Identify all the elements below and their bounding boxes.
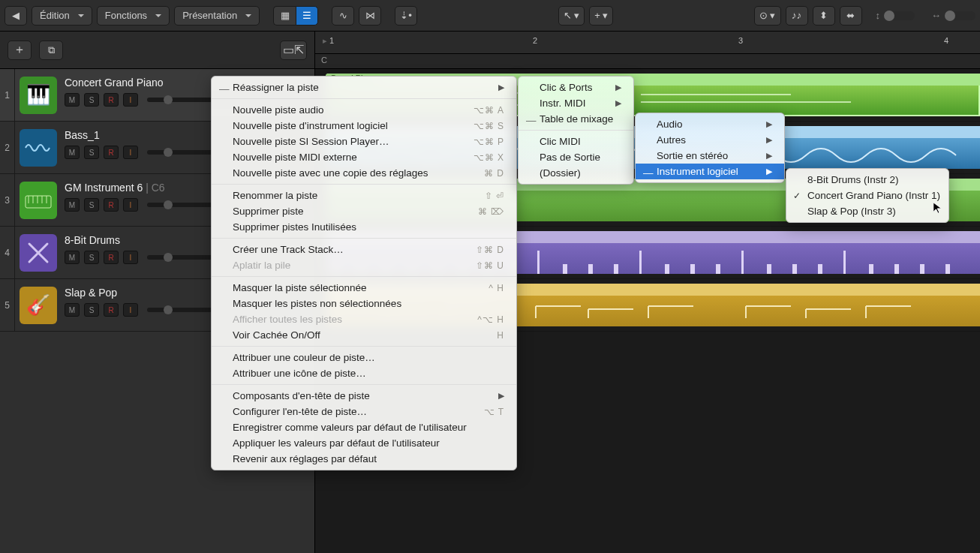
- menu-hide-unselected[interactable]: Masquer les pistes non sélectionnées: [212, 296, 516, 311]
- inst-8bit-drums[interactable]: 8-Bit Drums (Instr 2): [786, 172, 948, 188]
- solo-button[interactable]: S: [84, 251, 99, 264]
- bass-icon: 🎸: [20, 287, 57, 324]
- menu-reassign-track[interactable]: —Réassigner la piste▶: [212, 80, 516, 95]
- shortcut: ⌥ T: [461, 407, 504, 417]
- menu-label: Composants d'en-tête de piste: [233, 390, 370, 401]
- svg-rect-26: [665, 264, 669, 274]
- shortcut: ⌘ D: [461, 168, 504, 179]
- horiz-zoom-slider[interactable]: [945, 11, 975, 20]
- svg-rect-34: [869, 264, 873, 274]
- mute-button[interactable]: M: [65, 93, 80, 107]
- menu-label: Nouvelle piste audio: [233, 104, 324, 116]
- menu-new-session-player[interactable]: Nouvelle piste SI Session Player…⌥⌘ P: [212, 134, 516, 149]
- menu-delete-unused[interactable]: Supprimer pistes Inutilisées: [212, 219, 516, 235]
- mute-button[interactable]: M: [65, 198, 80, 212]
- submenu-stereo-out[interactable]: Sortie en stéréo▶: [636, 148, 784, 164]
- input-button[interactable]: I: [123, 93, 138, 107]
- submenu-no-output[interactable]: Pas de Sortie: [519, 149, 633, 165]
- add-tool[interactable]: + ▾: [589, 6, 613, 26]
- key-label: C: [321, 56, 327, 65]
- fonctions-menu[interactable]: Fonctions: [97, 6, 170, 26]
- menu-header-components[interactable]: Composants d'en-tête de piste▶: [212, 388, 516, 404]
- mixer-submenu: Audio▶ Autres▶ Sortie en stéréo▶ —Instru…: [635, 113, 785, 183]
- global-tracks-button[interactable]: ▭⇱: [280, 41, 307, 60]
- input-button[interactable]: I: [123, 198, 138, 212]
- record-button[interactable]: R: [104, 146, 119, 159]
- fonctions-label: Fonctions: [105, 10, 147, 21]
- back-button[interactable]: ◀: [5, 6, 27, 26]
- vert-zoom-slider[interactable]: [885, 11, 915, 20]
- menu-label: Aplatir la pile: [233, 260, 290, 271]
- menu-save-defaults[interactable]: Enregistrer comme valeurs par défaut de …: [212, 419, 516, 435]
- solo-button[interactable]: S: [84, 198, 99, 212]
- solo-button[interactable]: S: [84, 93, 99, 107]
- record-button[interactable]: R: [104, 198, 119, 212]
- menu-label: (Dossier): [540, 167, 581, 179]
- svg-rect-30: [767, 264, 771, 274]
- mute-button[interactable]: M: [65, 146, 80, 159]
- menu-revert-defaults[interactable]: Revenir aux réglages par défaut: [212, 451, 516, 467]
- edition-menu[interactable]: Édition: [32, 6, 92, 26]
- svg-rect-32: [818, 264, 822, 274]
- menu-new-si-track[interactable]: Nouvelle piste d'instrument logiciel⌥⌘ S: [212, 118, 516, 134]
- presentation-menu[interactable]: Présentation: [174, 6, 260, 26]
- add-track-button[interactable]: ＋: [8, 41, 32, 60]
- menu-label: 8-Bit Drums (Instr 2): [807, 174, 899, 185]
- menu-label: Autres: [657, 134, 686, 146]
- menu-configure-header[interactable]: Configurer l'en-tête de piste…⌥ T: [212, 404, 516, 419]
- menu-new-audio-track[interactable]: Nouvelle piste audio⌥⌘ A: [212, 102, 516, 118]
- menu-hide-toggle[interactable]: Voir Cachée On/OffH: [212, 327, 516, 343]
- menu-create-stack[interactable]: Créer une Track Stack…⇧⌘ D: [212, 242, 516, 257]
- menu-assign-icon[interactable]: Attribuer une icône de piste…: [212, 365, 516, 381]
- bar-ruler[interactable]: ▸ 1 2 3 4: [315, 32, 980, 54]
- menu-label: Nouvelle piste SI Session Player…: [233, 136, 389, 147]
- menu-assign-color[interactable]: Attribuer une couleur de piste…: [212, 350, 516, 365]
- submenu-mixer[interactable]: —Table de mixage▶: [519, 111, 633, 127]
- duplicate-track-button[interactable]: ⧉: [39, 41, 63, 60]
- submenu-software-inst[interactable]: —Instrument logiciel▶: [636, 164, 784, 179]
- menu-label: Slap & Pop (Instr 3): [807, 206, 896, 217]
- pointer-tool[interactable]: ↖ ▾: [558, 6, 585, 26]
- catch-button[interactable]: ⇣•: [395, 6, 417, 26]
- solo-button[interactable]: S: [84, 303, 99, 317]
- inst-concert-grand[interactable]: ✓Concert Grand Piano (Instr 1): [786, 188, 948, 203]
- shortcut: ⌘ ⌦: [455, 206, 504, 217]
- menu-label: Attribuer une icône de piste…: [233, 368, 366, 379]
- record-button[interactable]: R: [104, 93, 119, 107]
- menu-new-copy-settings[interactable]: Nouvelle piste avec une copie des réglag…: [212, 165, 516, 181]
- mute-button[interactable]: M: [65, 303, 80, 317]
- list-view-button[interactable]: ☰: [296, 6, 318, 26]
- mixer-button[interactable]: ♪♪: [786, 6, 808, 26]
- zoom-vert-button[interactable]: ⬍: [813, 6, 835, 26]
- submenu-clic-ports[interactable]: Clic & Ports▶: [519, 80, 633, 95]
- track-number: 4: [0, 227, 15, 278]
- menu-apply-defaults[interactable]: Appliquer les valeurs par défaut de l'ut…: [212, 435, 516, 451]
- shortcut: ⌥⌘ S: [451, 121, 504, 131]
- submenu-clic-midi[interactable]: Clic MIDI: [519, 134, 633, 149]
- solo-button[interactable]: S: [84, 146, 99, 159]
- menu-new-ext-midi[interactable]: Nouvelle piste MIDI externe⌥⌘ X: [212, 149, 516, 165]
- submenu-audio[interactable]: Audio▶: [636, 116, 784, 132]
- inst-slap-pop[interactable]: Slap & Pop (Instr 3): [786, 203, 948, 219]
- key-ruler[interactable]: C: [315, 54, 980, 69]
- menu-label: Supprimer pistes Inutilisées: [233, 221, 356, 233]
- input-button[interactable]: I: [123, 303, 138, 317]
- mute-button[interactable]: M: [65, 251, 80, 264]
- input-button[interactable]: I: [123, 146, 138, 159]
- input-button[interactable]: I: [123, 251, 138, 264]
- submenu-others[interactable]: Autres▶: [636, 132, 784, 148]
- record-button[interactable]: R: [104, 303, 119, 317]
- svg-rect-27: [690, 264, 695, 274]
- menu-delete-track[interactable]: Supprimer piste⌘ ⌦: [212, 203, 516, 219]
- menu-rename-track[interactable]: Renommer la piste⇧ ⏎: [212, 188, 516, 203]
- grid-view-button[interactable]: ▦: [273, 6, 296, 26]
- snap-menu[interactable]: ⊙ ▾: [754, 6, 781, 26]
- submenu-folder[interactable]: (Dossier): [519, 165, 633, 181]
- record-button[interactable]: R: [104, 251, 119, 264]
- menu-label: Nouvelle piste MIDI externe: [233, 152, 357, 163]
- menu-hide-selected[interactable]: Masquer la piste sélectionnée^ H: [212, 280, 516, 296]
- automation-button[interactable]: ∿: [332, 6, 354, 26]
- zoom-horiz-button[interactable]: ⬌: [840, 6, 862, 26]
- submenu-instr-midi[interactable]: Instr. MIDI▶: [519, 95, 633, 111]
- flex-button[interactable]: ⋈: [359, 6, 381, 26]
